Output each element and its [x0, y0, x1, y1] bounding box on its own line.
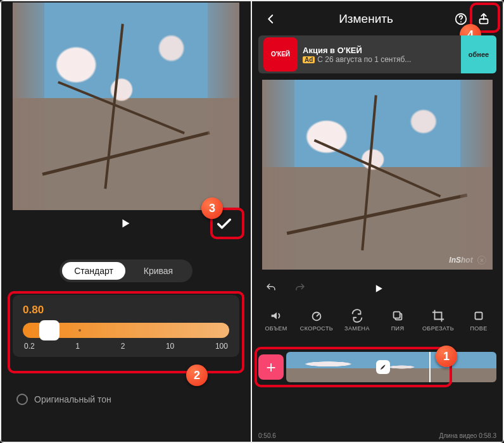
undo-button[interactable] — [265, 282, 277, 296]
ad-cta[interactable]: обнее — [461, 35, 496, 73]
back-button[interactable] — [260, 13, 282, 25]
tab-curve[interactable]: Кривая — [127, 262, 190, 280]
tool-volume[interactable]: ОБЪЕМ — [257, 309, 295, 332]
tool-rotate[interactable]: ПОВЕ — [460, 309, 498, 332]
export-button[interactable] — [472, 12, 495, 26]
speed-ticks: 0.2 1 2 10 100 — [23, 342, 229, 351]
step-badge-2: 2 — [186, 365, 208, 386]
speed-mode-tabs: Стандарт Кривая — [60, 259, 192, 282]
speed-edit-screen: 3 Стандарт Кривая 0.80 0.2 1 2 10 100 2 — [1, 1, 252, 442]
speed-slider-thumb[interactable] — [39, 320, 60, 340]
editor-main-screen: Изменить 4 О'КЕЙ Акция в О'КЕЙ AdС 26 ав… — [252, 1, 503, 442]
top-bar: Изменить — [252, 5, 503, 33]
radio-icon — [16, 394, 28, 405]
svg-point-1 — [460, 22, 462, 23]
tool-speed[interactable]: СКОРОСТЬ — [298, 309, 336, 332]
page-title: Изменить — [282, 12, 450, 26]
svg-point-3 — [313, 313, 321, 321]
tool-replace[interactable]: ЗАМЕНА — [338, 309, 376, 332]
status-bar: 0:50.6 Длина видео 0:58.3 — [252, 432, 503, 439]
play-button[interactable] — [372, 282, 385, 295]
tab-standard[interactable]: Стандарт — [62, 262, 125, 280]
timeline: + — [258, 351, 496, 384]
original-tone-label: Оригинальный тон — [34, 394, 111, 404]
video-length: Длина видео 0:58.3 — [439, 432, 496, 439]
tool-copy[interactable]: ПИЯ — [379, 309, 417, 332]
svg-rect-5 — [394, 312, 400, 318]
playhead-time: 0:50.6 — [258, 432, 276, 439]
undo-redo-group — [265, 282, 306, 296]
speed-slider-panel: 0.80 0.2 1 2 10 100 — [13, 295, 239, 357]
playhead[interactable] — [429, 352, 431, 382]
redo-button[interactable] — [294, 282, 306, 296]
speed-value: 0.80 — [23, 304, 229, 316]
play-button[interactable] — [118, 216, 132, 230]
speed-slider-track[interactable] — [23, 323, 229, 338]
help-button[interactable] — [450, 12, 472, 26]
watermark[interactable]: InShot × — [449, 256, 486, 265]
ad-logo: О'КЕЙ — [263, 37, 298, 72]
video-preview — [13, 3, 239, 210]
original-tone-toggle[interactable]: Оригинальный тон — [16, 394, 111, 405]
edit-toolbar: ОБЪЕМ СКОРОСТЬ ЗАМЕНА ПИЯ ОБРЕЗАТЬ ПОВЕ — [252, 309, 503, 332]
remove-watermark-icon[interactable]: × — [477, 256, 486, 265]
confirm-button[interactable] — [211, 211, 237, 237]
svg-rect-6 — [476, 313, 482, 320]
ad-text: Акция в О'КЕЙ AdС 26 августа по 1 сентяб… — [303, 46, 461, 64]
tool-crop[interactable]: ОБРЕЗАТЬ — [419, 309, 457, 332]
video-preview: InShot × — [262, 80, 493, 270]
clip-thumbnail[interactable] — [286, 352, 496, 382]
add-clip-button[interactable]: + — [258, 354, 284, 380]
clip-speed-icon — [376, 360, 390, 374]
ad-banner[interactable]: О'КЕЙ Акция в О'КЕЙ AdС 26 августа по 1 … — [258, 35, 496, 73]
